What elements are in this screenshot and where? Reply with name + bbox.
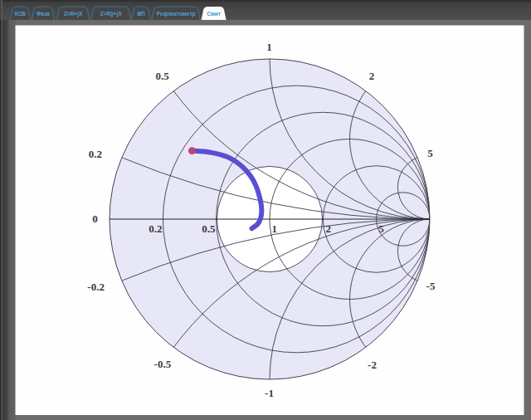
- svg-text:-5: -5: [426, 280, 436, 292]
- svg-text:КСВ: КСВ: [15, 11, 27, 17]
- svg-text:0: 0: [92, 212, 98, 225]
- svg-text:5: 5: [427, 147, 433, 159]
- svg-text:ВП: ВП: [137, 11, 145, 17]
- svg-text:0.5: 0.5: [156, 70, 170, 82]
- svg-text:-1: -1: [265, 387, 274, 399]
- svg-text:-2: -2: [368, 359, 377, 371]
- svg-text:1: 1: [266, 41, 272, 53]
- svg-text:Смит: Смит: [207, 11, 221, 17]
- svg-text:0.2: 0.2: [89, 148, 102, 160]
- svg-text:Рефлектометр: Рефлектометр: [157, 11, 196, 17]
- svg-text:Z=R+jX: Z=R+jX: [64, 11, 83, 17]
- svg-text:-0.5: -0.5: [154, 358, 172, 370]
- svg-text:Z=R||+jX: Z=R||+jX: [100, 11, 123, 17]
- svg-text:0.2: 0.2: [149, 222, 162, 235]
- svg-text:0.5: 0.5: [202, 222, 216, 235]
- svg-text:1: 1: [272, 222, 278, 235]
- svg-text:5: 5: [378, 222, 384, 235]
- svg-text:Фаза: Фаза: [37, 11, 50, 17]
- svg-text:2: 2: [369, 70, 375, 82]
- svg-text:-0.2: -0.2: [87, 281, 105, 293]
- svg-text:2: 2: [326, 222, 332, 235]
